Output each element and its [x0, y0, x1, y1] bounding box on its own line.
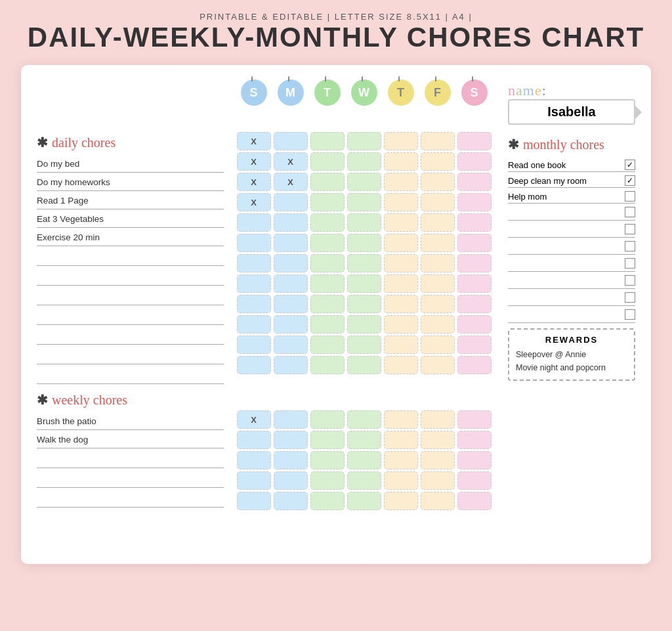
header-title: DAILY-WEEKLY-MONTHLY CHORES CHART	[7, 22, 665, 53]
day-col-sat: S	[457, 79, 492, 107]
weekly-blank-2	[37, 469, 224, 488]
name-banner: Isabella	[508, 99, 635, 125]
day-col-mon: M	[274, 79, 308, 107]
grid-row-w3	[230, 451, 497, 469]
grid-row-11	[230, 336, 497, 354]
cell-r2-thu	[384, 152, 418, 171]
cell-r3-wed	[347, 173, 381, 191]
day-col-thu: T	[384, 79, 418, 107]
weekly-chore-1: Brush the patio	[37, 412, 224, 430]
day-headers-row: S M T W T F S	[230, 79, 497, 107]
daily-blank-7	[37, 366, 224, 384]
grid-row-9	[230, 295, 497, 313]
cell-r5-thu	[384, 213, 418, 232]
chore-item-4: Eat 3 Vegetables	[37, 209, 224, 228]
daily-star-icon: ✱	[37, 135, 48, 150]
cell-r5-sun	[237, 213, 271, 232]
grid-row-5	[230, 213, 497, 232]
day-col-sun: S	[237, 79, 271, 107]
cell-w2-sun	[237, 431, 271, 449]
monthly-blank-5	[508, 272, 635, 289]
cell-r4-wed	[347, 193, 381, 211]
monthly-blank-3	[508, 238, 635, 255]
monthly-checkbox-3[interactable]	[625, 191, 635, 202]
name-label: name:	[508, 82, 635, 99]
cell-w1-mon	[274, 410, 308, 429]
cell-w2-tue	[310, 431, 345, 449]
day-col-wed: W	[347, 79, 381, 107]
cell-r4-sun: X	[237, 193, 271, 211]
cell-r4-tue	[310, 193, 345, 211]
chore-item-3: Read 1 Page	[37, 191, 224, 209]
cell-r1-fri	[421, 132, 455, 150]
weekly-star-icon: ✱	[37, 392, 48, 408]
cell-w1-thu	[384, 410, 418, 429]
daily-blank-1	[37, 248, 224, 266]
day-col-tue: T	[310, 79, 345, 107]
monthly-label: monthly chores	[523, 137, 604, 152]
cell-r3-fri	[421, 173, 455, 191]
daily-blank-3	[37, 287, 224, 305]
rewards-item-2: Movie night and popcorn	[516, 361, 627, 374]
apple-sun: S	[241, 79, 267, 106]
monthly-item-2-text: Deep clean my room	[508, 176, 622, 186]
weekly-blank-3	[37, 489, 224, 508]
cell-w2-sat	[457, 431, 492, 449]
monthly-item-3: Help mom	[508, 188, 635, 204]
apple-tue: T	[314, 79, 341, 106]
cell-r2-mon: X	[274, 152, 308, 171]
daily-blank-6	[37, 346, 224, 364]
page-header: PRINTABLE & EDITABLE | LETTER SIZE 8.5x1…	[0, 0, 672, 60]
cell-w1-fri	[421, 410, 455, 429]
weekly-chore-2: Walk the dog	[37, 430, 224, 448]
cell-r1-wed	[347, 132, 381, 150]
monthly-blank-2	[508, 221, 635, 238]
cell-w2-mon	[274, 431, 308, 449]
weekly-section-title: ✱ weekly chores	[37, 392, 224, 408]
monthly-item-2: Deep clean my room ✓	[508, 172, 635, 188]
cell-w2-fri	[421, 431, 455, 449]
apple-mon: M	[278, 79, 304, 106]
cell-r5-wed	[347, 213, 381, 232]
grid-row-w4	[230, 471, 497, 490]
monthly-checkbox-1[interactable]: ✓	[625, 160, 635, 170]
cell-w2-wed	[347, 431, 381, 449]
right-panel: name: Isabella ✱ monthly chores Read one…	[497, 79, 635, 551]
cell-r5-sat	[457, 213, 492, 232]
chore-item-2: Do my homeworks	[37, 173, 224, 191]
cell-r1-sat	[457, 132, 492, 150]
cell-r4-mon	[274, 193, 308, 211]
grid-row-12	[230, 356, 497, 374]
grid-row-8	[230, 274, 497, 293]
cell-r1-sun: X	[237, 132, 271, 150]
daily-label: daily chores	[52, 135, 116, 150]
chore-item-5: Exercise 20 min	[37, 228, 224, 246]
cell-r3-mon: X	[274, 173, 308, 191]
daily-blank-4	[37, 307, 224, 325]
cell-r4-thu	[384, 193, 418, 211]
grid-row-7	[230, 254, 497, 272]
cell-w1-wed	[347, 410, 381, 429]
daily-section-title: ✱ daily chores	[37, 135, 224, 150]
day-col-fri: F	[421, 79, 455, 107]
monthly-checkbox-2[interactable]: ✓	[625, 175, 635, 186]
chores-left-panel: ✱ daily chores Do my bed Do my homeworks…	[37, 79, 230, 551]
grid-row-4: X	[230, 193, 497, 211]
grid-row-w5	[230, 492, 497, 510]
cell-r2-wed	[347, 152, 381, 171]
daily-blank-2	[37, 267, 224, 286]
monthly-blank-6	[508, 289, 635, 306]
apple-wed: W	[351, 79, 377, 106]
monthly-section-title: ✱ monthly chores	[508, 137, 635, 152]
grid-row-10	[230, 315, 497, 334]
header-subtitle: PRINTABLE & EDITABLE | LETTER SIZE 8.5x1…	[7, 12, 665, 22]
monthly-blank-1	[508, 204, 635, 221]
monthly-item-1-text: Read one book	[508, 160, 622, 170]
monthly-blank-7	[508, 306, 635, 323]
grid-row-1: X	[230, 132, 497, 150]
cell-r3-tue	[310, 173, 345, 191]
rewards-item-1: Sleepover @ Annie	[516, 348, 627, 361]
chore-item-1: Do my bed	[37, 154, 224, 173]
cell-r1-mon	[274, 132, 308, 150]
cell-w1-sun: X	[237, 410, 271, 429]
